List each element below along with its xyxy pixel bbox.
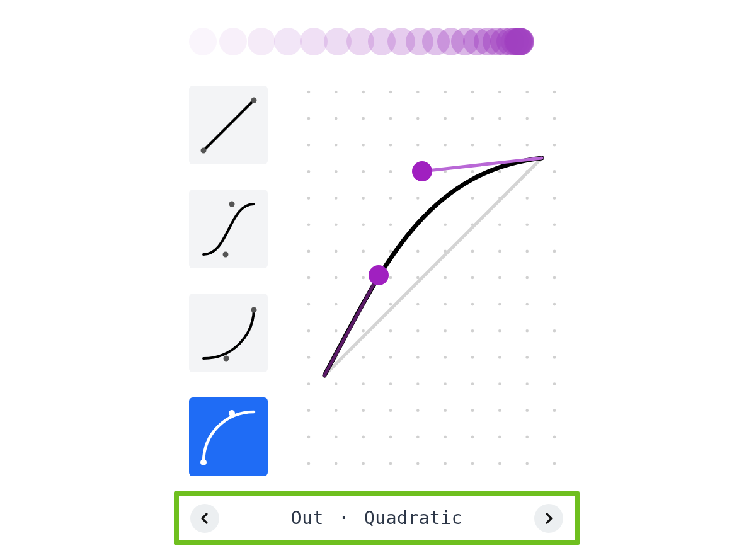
svg-point-30 [335,144,338,147]
svg-point-103 [416,329,420,333]
svg-point-135 [471,409,474,412]
svg-point-89 [307,303,311,306]
svg-point-24 [444,117,447,120]
svg-point-51 [362,197,365,200]
svg-point-87 [525,276,529,280]
svg-point-141 [362,436,365,439]
svg-point-121 [362,382,365,385]
next-curve-button[interactable] [534,504,563,533]
preset-ease-in[interactable] [189,294,268,372]
svg-point-53 [416,197,420,200]
svg-point-150 [335,462,338,465]
svg-point-12 [389,91,392,94]
svg-point-33 [416,144,420,147]
svg-point-11 [362,91,365,94]
separator-text: · [338,508,349,528]
svg-point-40 [335,170,338,173]
handle-p2[interactable] [412,161,432,181]
svg-point-94 [444,303,447,306]
svg-point-148 [553,436,556,439]
svg-point-17 [525,91,529,94]
preset-list [189,86,268,501]
svg-point-146 [498,436,501,439]
bezier-editor[interactable] [296,86,567,476]
svg-point-10 [335,91,338,94]
svg-point-13 [416,91,420,94]
svg-point-52 [389,197,392,200]
svg-point-3 [222,251,228,257]
svg-point-134 [444,409,447,412]
handle-line-p2 [422,158,542,171]
svg-point-85 [471,276,474,280]
svg-point-26 [498,117,501,120]
svg-point-127 [525,382,529,385]
svg-point-82 [389,276,392,280]
svg-point-66 [498,223,501,226]
trail-dot [274,28,302,55]
preset-linear[interactable] [189,86,268,164]
svg-point-126 [498,382,501,385]
svg-point-143 [416,436,420,439]
curve-text: Quadratic [364,508,462,528]
svg-point-118 [553,356,556,359]
linear-icon [197,94,260,157]
svg-point-147 [525,436,529,439]
svg-point-119 [307,382,311,385]
svg-point-37 [525,144,529,147]
svg-point-29 [307,144,311,147]
direction-text: Out [291,508,324,528]
svg-point-22 [389,117,392,120]
svg-point-16 [498,91,501,94]
svg-point-113 [416,356,420,359]
svg-point-18 [553,91,556,94]
svg-point-14 [444,91,447,94]
svg-point-41 [362,170,365,173]
svg-point-104 [444,329,447,333]
svg-point-61 [362,223,365,226]
svg-point-125 [471,382,474,385]
svg-point-129 [307,409,311,412]
prev-curve-button[interactable] [190,504,219,533]
ease-in-icon [197,302,260,365]
svg-point-21 [362,117,365,120]
svg-point-138 [553,409,556,412]
svg-point-115 [471,356,474,359]
svg-point-15 [471,91,474,94]
curve-switcher-highlight: Out · Quadratic [174,491,580,545]
svg-point-132 [389,409,392,412]
svg-point-157 [525,462,529,465]
svg-point-114 [444,356,447,359]
svg-point-1 [200,147,206,153]
svg-point-97 [525,303,529,306]
svg-point-28 [553,117,556,120]
svg-point-102 [389,329,392,333]
svg-point-27 [525,117,529,120]
preset-ease-out[interactable] [189,397,268,476]
svg-point-46 [498,170,501,173]
svg-point-23 [416,117,420,120]
svg-point-92 [389,303,392,306]
svg-point-75 [471,250,474,253]
svg-point-49 [307,197,311,200]
handle-p1[interactable] [369,265,389,285]
preset-ease-in-out[interactable] [189,190,268,268]
svg-point-67 [525,223,529,226]
svg-point-9 [307,91,311,94]
svg-point-35 [471,144,474,147]
svg-point-137 [525,409,529,412]
svg-point-79 [307,276,311,280]
svg-point-156 [498,462,501,465]
ease-in-out-icon [197,198,260,261]
svg-point-55 [471,197,474,200]
svg-point-88 [553,276,556,280]
svg-point-45 [471,170,474,173]
svg-point-100 [335,329,338,333]
svg-point-70 [335,250,338,253]
svg-point-136 [498,409,501,412]
svg-point-111 [362,356,365,359]
svg-point-8 [229,410,235,416]
svg-point-60 [335,223,338,226]
svg-point-144 [444,436,447,439]
svg-point-34 [444,144,447,147]
svg-point-90 [335,303,338,306]
